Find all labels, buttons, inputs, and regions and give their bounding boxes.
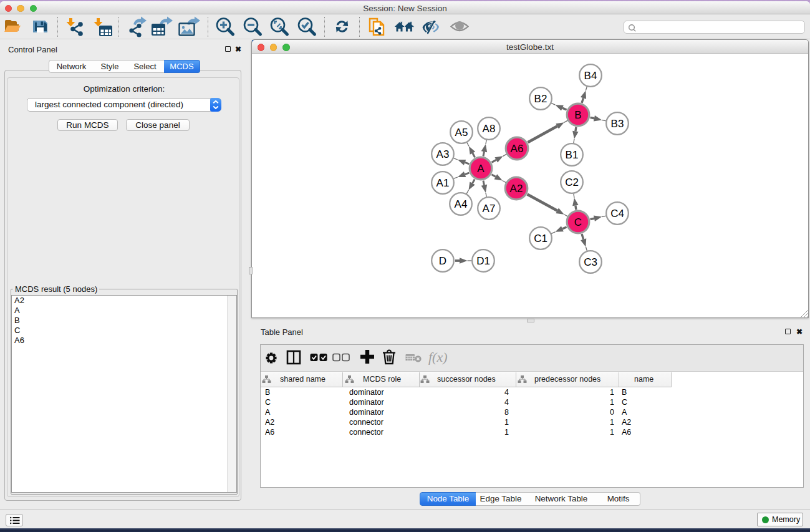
svg-text:B: B <box>574 109 581 121</box>
svg-text:B1: B1 <box>566 149 579 161</box>
svg-text:B2: B2 <box>534 93 547 105</box>
svg-text:C3: C3 <box>584 256 597 268</box>
svg-text:A6: A6 <box>511 143 524 155</box>
svg-text:B4: B4 <box>584 70 597 82</box>
svg-text:B3: B3 <box>611 118 624 130</box>
svg-text:A2: A2 <box>510 183 523 195</box>
svg-text:C: C <box>574 216 582 228</box>
svg-text:A3: A3 <box>436 148 450 160</box>
svg-text:A7: A7 <box>483 203 496 215</box>
svg-text:A8: A8 <box>483 123 496 135</box>
svg-text:A4: A4 <box>455 198 468 210</box>
svg-text:A: A <box>477 163 485 175</box>
svg-text:A5: A5 <box>455 127 468 138</box>
svg-text:D: D <box>439 255 446 267</box>
svg-text:C1: C1 <box>534 233 547 244</box>
svg-text:C4: C4 <box>610 208 624 220</box>
svg-text:D1: D1 <box>476 255 490 267</box>
svg-text:A1: A1 <box>436 177 450 189</box>
svg-text:C2: C2 <box>565 177 579 188</box>
